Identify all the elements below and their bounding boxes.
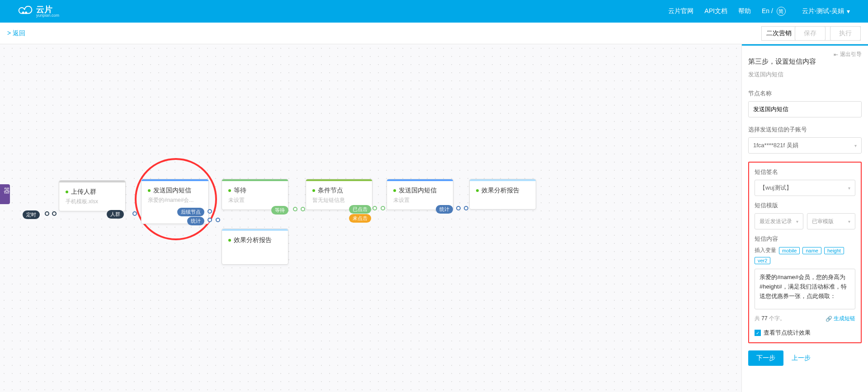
nav-lang[interactable]: En / 简 xyxy=(762,7,786,16)
var-chip-ver2[interactable]: ver2 xyxy=(755,257,770,264)
tag-clicked[interactable]: 已点击 xyxy=(349,205,371,214)
chevron-down-icon: ▾ xyxy=(854,143,857,148)
node-wait[interactable]: 等待 未设置 xyxy=(222,179,288,210)
sign-select[interactable]: 【wuj测试】 ▾ xyxy=(755,180,855,196)
generate-shortlink[interactable]: 🔗 生成短链 xyxy=(826,315,855,322)
port[interactable] xyxy=(45,211,49,216)
panel-title: 第三步，设置短信内容 xyxy=(748,57,862,66)
node-name-label: 节点名称 xyxy=(748,89,862,98)
var-label: 插入变量 xyxy=(755,247,776,254)
nav-api[interactable]: API文档 xyxy=(704,7,727,15)
template-approved-select[interactable]: 已审模版 ▾ xyxy=(807,213,856,229)
chevron-down-icon: ▾ xyxy=(796,219,798,224)
header: 云片 yunpian.com 云片官网 API文档 帮助 En / 简 云片-测… xyxy=(0,0,868,23)
port[interactable] xyxy=(464,206,468,210)
tag-scheduled[interactable]: 定时 xyxy=(23,210,40,219)
port[interactable] xyxy=(208,218,212,222)
main: 器 定时 上传人群 手机模板.xlsx 人群 发送国内短信 亲爱的#name#会… xyxy=(0,44,868,392)
logo[interactable]: 云片 yunpian.com xyxy=(18,5,59,18)
flow-canvas[interactable]: 器 定时 上传人群 手机模板.xlsx 人群 发送国内短信 亲爱的#name#会… xyxy=(0,44,741,392)
var-chip-mobile[interactable]: mobile xyxy=(779,247,800,254)
node-name-input[interactable] xyxy=(748,101,862,117)
chevron-down-icon: ▾ xyxy=(847,8,850,15)
node-report2[interactable]: 效果分析报告 xyxy=(469,179,536,210)
logo-sub: yunpian.com xyxy=(36,14,59,18)
node-entry[interactable]: 器 xyxy=(0,184,10,204)
tag-stats2[interactable]: 统计 xyxy=(436,205,453,214)
user-menu[interactable]: 云片-测试-吴娟 ▾ xyxy=(802,7,850,15)
tag-stats[interactable]: 统计 xyxy=(187,217,204,225)
header-nav: 云片官网 API文档 帮助 En / 简 云片-测试-吴娟 ▾ xyxy=(668,7,850,16)
svg-point-0 xyxy=(23,12,24,14)
char-count: 共 77 个字。 xyxy=(755,315,785,322)
template-recent-select[interactable]: 最近发送记录 ▾ xyxy=(755,213,803,229)
toolbar: > 返回 保存 执行 xyxy=(0,23,868,44)
tag-not-clicked[interactable]: 未点击 xyxy=(349,214,371,223)
sign-label: 短信签名 xyxy=(755,168,855,176)
port[interactable] xyxy=(456,206,461,210)
chevron-down-icon: ▾ xyxy=(848,219,850,224)
logo-text: 云片 xyxy=(36,5,59,14)
sms-content-textarea[interactable] xyxy=(755,269,855,309)
port[interactable] xyxy=(132,211,137,216)
exit-guide-link[interactable]: ⇤ 退出引导 xyxy=(834,51,862,58)
svg-point-1 xyxy=(25,12,27,14)
content-label: 短信内容 xyxy=(755,235,855,243)
sms-config-box: 短信签名 【wuj测试】 ▾ 短信模版 最近发送记录 ▾ 已审模版 ▾ 短信内容 xyxy=(748,162,862,343)
var-chip-name[interactable]: name xyxy=(802,247,821,254)
node-upload[interactable]: 上传人群 手机模板.xlsx xyxy=(59,180,126,211)
sub-account-label: 选择发送短信的子账号 xyxy=(748,126,862,134)
view-stats-checkbox[interactable]: ✓ xyxy=(755,330,761,336)
port[interactable] xyxy=(301,207,305,211)
sub-account-select[interactable]: 1fca****821f 吴娟 ▾ xyxy=(748,137,862,154)
tag-audience[interactable]: 人群 xyxy=(107,210,124,219)
nav-home[interactable]: 云片官网 xyxy=(668,7,693,15)
run-button[interactable]: 执行 xyxy=(830,26,861,41)
port[interactable] xyxy=(208,209,212,214)
panel-subtitle: 发送国内短信 xyxy=(748,70,862,79)
port[interactable] xyxy=(373,206,377,210)
chevron-down-icon: ▾ xyxy=(848,186,850,191)
port[interactable] xyxy=(381,206,385,210)
save-button[interactable]: 保存 xyxy=(795,26,826,41)
next-button[interactable]: 下一步 xyxy=(748,350,783,366)
port[interactable] xyxy=(293,207,297,211)
side-panel: ⇤ 退出引导 第三步，设置短信内容 发送国内短信 节点名称 选择发送短信的子账号… xyxy=(741,44,868,392)
tag-wait[interactable]: 等待 xyxy=(271,206,288,215)
var-chip-height[interactable]: height xyxy=(824,247,844,254)
prev-button[interactable]: 上一步 xyxy=(792,354,811,362)
back-link[interactable]: > 返回 xyxy=(7,29,25,37)
nav-help[interactable]: 帮助 xyxy=(738,7,751,15)
cloud-icon xyxy=(18,6,33,17)
link-icon: 🔗 xyxy=(826,316,832,322)
port[interactable] xyxy=(52,211,57,216)
view-stats-label: 查看节点统计效果 xyxy=(764,329,811,337)
node-report1[interactable]: 效果分析报告 xyxy=(222,229,288,265)
tag-next-node[interactable]: 后续节点 xyxy=(177,208,204,216)
port[interactable] xyxy=(216,218,220,222)
exit-icon: ⇤ xyxy=(834,51,838,58)
template-label: 短信模版 xyxy=(755,201,855,210)
node-entry-title: 器 xyxy=(4,187,10,194)
lang-badge: 简 xyxy=(777,7,786,16)
